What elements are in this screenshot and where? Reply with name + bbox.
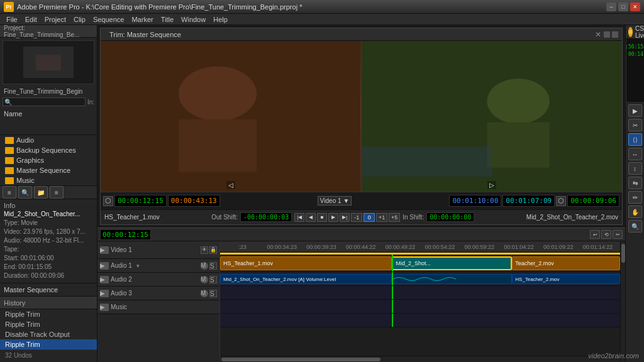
transport-prev[interactable]: |◀: [294, 213, 304, 222]
trim-monitor-close[interactable]: ✕: [595, 30, 601, 39]
tool-razor[interactable]: ✂: [628, 119, 642, 131]
bin-backup[interactable]: Backup Sequences: [0, 145, 97, 155]
menu-item-help[interactable]: Help: [209, 14, 231, 25]
timeline-timecode[interactable]: 00:00:12:15: [100, 229, 151, 240]
search-input[interactable]: [3, 97, 86, 106]
video1-lock[interactable]: 🔒: [209, 246, 217, 254]
video-frame-left: [101, 41, 361, 192]
panel-tool-2[interactable]: 🔍: [18, 186, 32, 199]
audio1-clip2-label: HS_Teacher_2.mov: [515, 277, 559, 282]
counter-neg1[interactable]: -1: [351, 213, 362, 222]
bin-master[interactable]: Master Sequence: [0, 165, 97, 175]
bins-list: Audio Backup Sequences Graphics Master S…: [0, 135, 97, 185]
ruler-mark-1: :23: [223, 244, 262, 250]
counter-pos1[interactable]: +1: [376, 213, 387, 222]
menu-item-edit[interactable]: Edit: [21, 14, 41, 25]
tl-tool-2[interactable]: ⟲: [601, 230, 611, 239]
tool-slide[interactable]: ⇆: [628, 177, 642, 189]
history-item-2[interactable]: Ripple Trim: [0, 319, 97, 329]
tc-box-1[interactable]: 00:00:12:15: [114, 195, 167, 207]
tool-ripple[interactable]: ⟨⟩: [628, 133, 642, 146]
transport-play-rev[interactable]: ◀: [306, 213, 316, 222]
window-controls[interactable]: – □ ✕: [606, 3, 640, 11]
history-item-3[interactable]: Disable Track Output: [0, 329, 97, 339]
teacher2-clip[interactable]: Teacher_2.mov: [512, 256, 620, 270]
audio2-solo[interactable]: S: [209, 276, 217, 283]
main-layout: Project: Fine_Tune_Trimming_Be... Fine_T…: [0, 25, 644, 362]
maximize-button[interactable]: □: [618, 3, 628, 11]
mid2-clip[interactable]: Mid_2_Shot...: [392, 256, 512, 270]
counter-pos5[interactable]: +5: [389, 213, 400, 222]
minimize-button[interactable]: –: [606, 3, 616, 11]
tool-pen[interactable]: ✏: [628, 191, 642, 204]
tool-zoom[interactable]: 🔍: [628, 220, 642, 233]
tool-rate[interactable]: ↔: [628, 148, 642, 160]
audio3-mute[interactable]: M: [201, 290, 208, 297]
tc-box-4[interactable]: 00:01:07:09: [502, 195, 555, 207]
monitor-collapse[interactable]: [604, 31, 610, 38]
menu-item-marker[interactable]: Marker: [128, 14, 157, 25]
tool-select[interactable]: ▶: [628, 104, 642, 117]
audio1-controls: M S: [201, 262, 217, 270]
tc-expand-right[interactable]: ⬡: [556, 196, 566, 206]
ruler-mark-5: 00:00:49:22: [380, 244, 420, 250]
tc-box-5[interactable]: 00:00:09:06: [567, 195, 619, 207]
transport-stop[interactable]: ■: [317, 213, 327, 222]
menu-item-project[interactable]: Project: [41, 14, 70, 25]
audio1-mute[interactable]: M: [201, 262, 208, 270]
menu-item-window[interactable]: Window: [177, 14, 209, 25]
waveform-svg: [393, 275, 511, 283]
audio1-solo[interactable]: S: [209, 262, 217, 270]
tc-box-2[interactable]: 00:00:43:13: [168, 195, 220, 207]
hs-teacher-clip[interactable]: HS_Teacher_1.mov: [220, 256, 392, 270]
bin-graphics[interactable]: Graphics: [0, 155, 97, 165]
h-scroll-thumb[interactable]: [221, 358, 380, 361]
tool-slip[interactable]: ↕: [628, 162, 642, 175]
v-scroll-thumb[interactable]: [621, 244, 625, 263]
app-icon: Pr: [4, 2, 14, 12]
video1-track: HS_Teacher_1.mov Mid_2_Shot... Teacher_2…: [220, 255, 620, 272]
tl-tool-1[interactable]: ↩: [590, 230, 600, 239]
close-button[interactable]: ✕: [630, 3, 640, 11]
audio1-clip3[interactable]: [392, 274, 512, 284]
history-panel: History Ripple Trim Ripple Trim Disable …: [0, 296, 97, 362]
menu-item-title[interactable]: Title: [157, 14, 177, 25]
bin-music[interactable]: Music: [0, 175, 97, 185]
panel-tool-3[interactable]: 📁: [34, 186, 48, 199]
transport-play[interactable]: ▶: [328, 213, 338, 222]
menu-item-sequence[interactable]: Sequence: [89, 14, 128, 25]
menu-item-file[interactable]: File: [3, 14, 21, 25]
transport-next[interactable]: ▶|: [340, 213, 350, 222]
panel-tool-1[interactable]: ≡: [3, 186, 16, 199]
trim-monitor-tab[interactable]: Trim: Master Sequence: [104, 31, 186, 38]
v-scrollbar[interactable]: [620, 241, 625, 362]
ruler-mark-8: 00:01:04:22: [499, 244, 539, 250]
tc-box-3[interactable]: 00:01:10:00: [449, 195, 501, 207]
audio1-clip1[interactable]: Mid_2_Shot_On_Teacher_2.mov [A] Volume:L…: [220, 274, 392, 284]
video1-toggle[interactable]: ▶: [100, 246, 109, 254]
monitor-expand[interactable]: [612, 31, 618, 38]
audio2-toggle[interactable]: ▶: [100, 276, 109, 283]
menu-item-clip[interactable]: Clip: [70, 14, 89, 25]
tool-hand[interactable]: ✋: [628, 206, 642, 218]
audio3-solo[interactable]: S: [209, 290, 217, 297]
tc-expand-left[interactable]: ⬡: [103, 196, 113, 206]
history-item-4[interactable]: Ripple Trim: [0, 339, 97, 349]
bin-audio[interactable]: Audio: [0, 135, 97, 145]
video1-eye[interactable]: 👁: [201, 246, 208, 254]
h-scrollbar[interactable]: [220, 356, 620, 362]
audio1-toggle[interactable]: ▶: [100, 262, 109, 270]
panel-tool-4[interactable]: ≡: [50, 186, 64, 199]
audio1-clip2[interactable]: HS_Teacher_2.mov: [512, 274, 620, 284]
audio3-playhead: [392, 300, 393, 313]
tl-tool-3[interactable]: ✂: [613, 230, 623, 239]
history-title: History: [4, 299, 25, 307]
audio2-mute[interactable]: M: [201, 276, 208, 283]
audio3-toggle[interactable]: ▶: [100, 290, 109, 297]
hs-teacher-label: HS_Teacher_1.mov: [223, 260, 273, 266]
bin-icon-audio: [5, 137, 14, 144]
music-toggle[interactable]: ▶: [100, 304, 109, 311]
history-item-1[interactable]: Ripple Trim: [0, 309, 97, 319]
video-track-select[interactable]: Video 1 ▼: [318, 196, 352, 206]
trim-monitor-header: Trim: Master Sequence ✕: [101, 28, 622, 41]
